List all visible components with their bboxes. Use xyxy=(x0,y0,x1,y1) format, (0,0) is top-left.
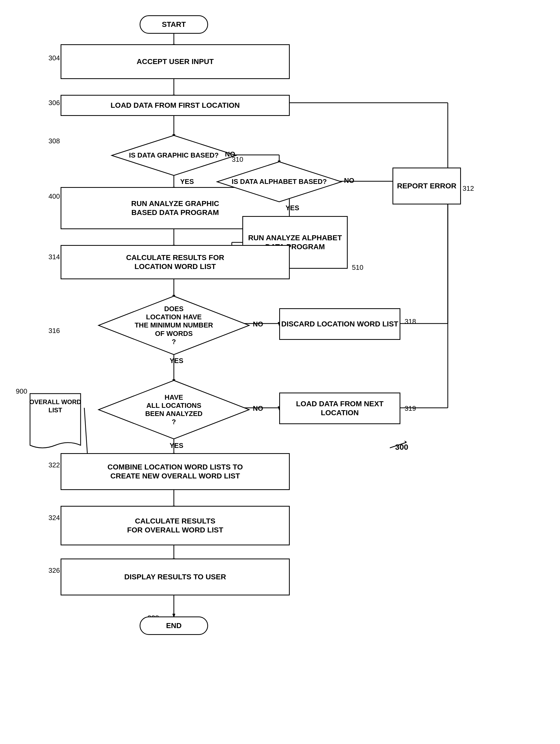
min-words-diamond: DOESLOCATION HAVETHE MINIMUM NUMBEROF WO… xyxy=(98,295,250,356)
label-400: 400 xyxy=(48,192,60,200)
svg-line-49 xyxy=(390,443,406,448)
label-900: 900 xyxy=(16,387,27,396)
yes-label-alllocations: YES xyxy=(170,442,183,450)
label-308: 308 xyxy=(48,137,60,145)
label-318: 318 xyxy=(405,318,416,326)
accept-user-input-node: ACCEPT USER INPUT xyxy=(61,44,290,79)
end-node: END xyxy=(140,617,208,635)
overall-word-list-doc: OVERALL WORD LIST xyxy=(29,393,82,450)
yes-label-minwords: YES xyxy=(170,357,183,365)
yes-label-alphabet: YES xyxy=(286,204,299,212)
label-304: 304 xyxy=(48,54,60,62)
load-next-location-node: LOAD DATA FROM NEXT LOCATION xyxy=(279,393,400,424)
label-316: 316 xyxy=(48,327,60,335)
no-label-minwords: NO xyxy=(253,320,263,328)
start-node: START xyxy=(140,15,208,34)
label-312: 312 xyxy=(462,184,474,193)
no-label-alphabet: NO xyxy=(344,177,354,185)
yes-label-graphic: YES xyxy=(180,178,194,186)
all-locations-diamond: HAVEALL LOCATIONSBEEN ANALYZED? xyxy=(98,379,250,440)
label-510: 510 xyxy=(352,263,363,272)
label-314: 314 xyxy=(48,253,60,261)
ref-300-arrow xyxy=(369,432,421,458)
label-326: 326 xyxy=(48,566,60,574)
label-324: 324 xyxy=(48,514,60,522)
discard-node: DISCARD LOCATION WORD LIST xyxy=(279,308,400,340)
flowchart-diagram: 302 START 304 ACCEPT USER INPUT 306 LOAD… xyxy=(0,0,560,744)
report-error-node: REPORT ERROR xyxy=(393,168,461,204)
label-319: 319 xyxy=(405,404,416,413)
calc-overall-node: CALCULATE RESULTSFOR OVERALL WORD LIST xyxy=(61,506,290,545)
combine-node: COMBINE LOCATION WORD LISTS TOCREATE NEW… xyxy=(61,453,290,490)
display-results-node: DISPLAY RESULTS TO USER xyxy=(61,559,290,595)
label-322: 322 xyxy=(48,461,60,469)
load-first-location-node: LOAD DATA FROM FIRST LOCATION xyxy=(61,95,290,116)
is-alphabet-based-diamond: IS DATA ALPHABET BASED? xyxy=(216,161,342,203)
label-306: 306 xyxy=(48,99,60,107)
calc-location-node: CALCULATE RESULTS FORLOCATION WORD LIST xyxy=(61,245,290,279)
no-label-alllocations: NO xyxy=(253,404,263,413)
